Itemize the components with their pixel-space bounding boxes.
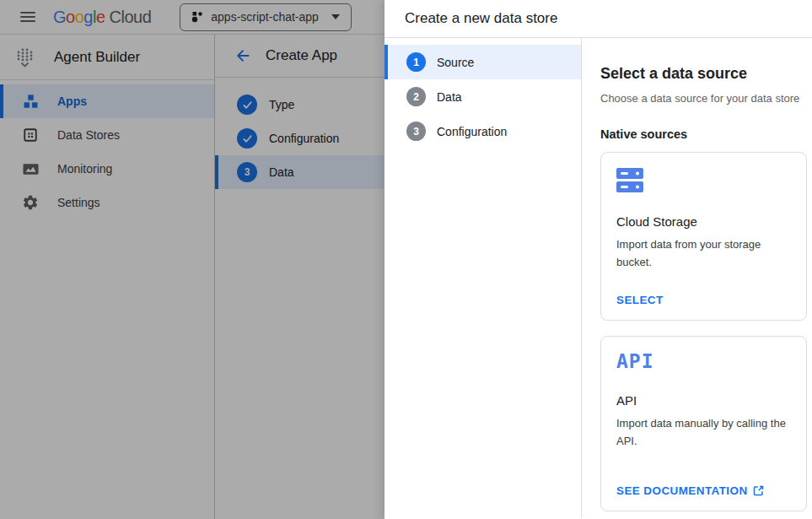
dialog-step-data[interactable]: 2 Data (384, 79, 581, 114)
step-label: Configuration (437, 125, 507, 138)
see-documentation-label: SEE DOCUMENTATION (616, 484, 748, 497)
step-label: Source (437, 56, 474, 69)
page-title: Select a data source (600, 65, 807, 83)
dialog-header: Create a new data store (384, 0, 812, 38)
dialog-step-list: 1 Source 2 Data 3 Configuration (384, 38, 582, 518)
cloud-storage-icon (616, 168, 643, 192)
screen: G o o g l e Cloud apps-script-chat-app (0, 0, 812, 519)
select-button[interactable]: SELECT (616, 294, 664, 306)
external-link-icon (753, 485, 764, 496)
step-number-circle: 1 (406, 52, 426, 72)
api-card: API API Import data manually by calling … (600, 336, 807, 511)
modal-scrim (0, 0, 384, 519)
step-number-circle: 3 (406, 122, 426, 141)
card-description: Import data manually by calling the API. (616, 415, 789, 451)
section-label: Native sources (600, 127, 807, 141)
card-title: API (616, 393, 791, 408)
dialog-step-source[interactable]: 1 Source (384, 45, 581, 79)
see-documentation-link[interactable]: SEE DOCUMENTATION (616, 484, 764, 497)
api-logo: API (616, 352, 791, 371)
step-number: 2 (413, 91, 419, 103)
dialog-content: Select a data source Choose a data sourc… (582, 38, 812, 518)
select-button-label: SELECT (616, 294, 664, 306)
step-label: Data (437, 90, 462, 104)
card-description: Import data from your storage bucket. (616, 236, 789, 272)
card-title: Cloud Storage (616, 214, 791, 229)
step-number-circle: 2 (406, 87, 426, 106)
dialog-step-configuration[interactable]: 3 Configuration (384, 114, 581, 149)
step-number: 3 (413, 126, 419, 138)
create-data-store-dialog: Create a new data store 1 Source 2 Data (384, 0, 812, 519)
page-subtitle: Choose a data source for your data store (600, 92, 807, 105)
cloud-storage-card: Cloud Storage Import data from your stor… (600, 152, 807, 321)
dialog-title: Create a new data store (384, 10, 557, 27)
step-number: 1 (413, 57, 419, 68)
console-background: G o o g l e Cloud apps-script-chat-app (0, 0, 384, 519)
